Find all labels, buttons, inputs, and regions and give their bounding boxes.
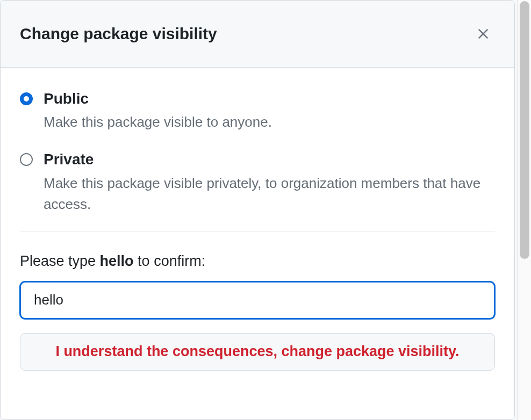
close-icon <box>476 27 490 41</box>
scrollbar-track[interactable] <box>517 0 531 420</box>
scrollbar-thumb[interactable] <box>520 1 529 259</box>
dialog-body: Public Make this package visible to anyo… <box>1 68 514 387</box>
public-radio-text: Public Make this package visible to anyo… <box>44 89 272 133</box>
public-radio-label[interactable]: Public <box>44 89 272 108</box>
private-radio-description: Make this package visible privately, to … <box>44 173 484 215</box>
close-button[interactable] <box>471 22 495 46</box>
public-radio-description: Make this package visible to anyone. <box>44 112 272 133</box>
change-visibility-dialog: Change package visibility Public Make th… <box>0 0 515 420</box>
visibility-radio-group: Public Make this package visible to anyo… <box>20 89 495 231</box>
confirm-prompt-prefix: Please type <box>20 253 100 269</box>
visibility-option-private[interactable]: Private Make this package visible privat… <box>20 150 495 214</box>
dialog-title: Change package visibility <box>20 25 217 43</box>
confirm-input[interactable] <box>20 281 495 319</box>
private-radio-input[interactable] <box>20 153 33 166</box>
dialog-header: Change package visibility <box>1 1 514 68</box>
private-radio-text: Private Make this package visible privat… <box>44 150 484 214</box>
confirm-section: Please type hello to confirm: I understa… <box>20 253 495 371</box>
private-radio-label[interactable]: Private <box>44 150 484 169</box>
confirm-prompt: Please type hello to confirm: <box>20 253 495 270</box>
confirm-button[interactable]: I understand the consequences, change pa… <box>20 333 495 371</box>
confirm-prompt-token: hello <box>100 253 134 269</box>
visibility-option-public[interactable]: Public Make this package visible to anyo… <box>20 89 495 133</box>
confirm-prompt-suffix: to confirm: <box>134 253 206 269</box>
public-radio-input[interactable] <box>20 92 33 105</box>
